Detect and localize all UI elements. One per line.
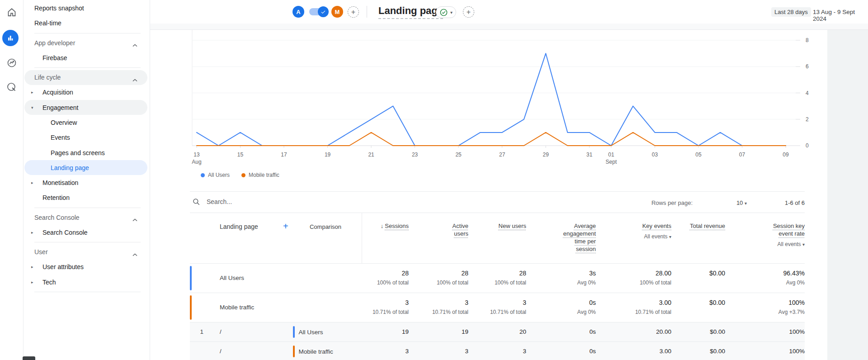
- metric-value-cell: 28100% of total: [454, 270, 526, 286]
- legend-dot: [241, 173, 245, 177]
- metric-secondary-value: 10.71% of total: [599, 309, 671, 315]
- sidebar-item-search-console[interactable]: ▸Search Console: [24, 225, 147, 240]
- legend-item-all-users[interactable]: All Users: [201, 172, 230, 178]
- explore-icon[interactable]: [2, 53, 22, 73]
- app-rail: [0, 0, 24, 360]
- sidebar-item-monetisation[interactable]: ▸Monetisation: [24, 175, 147, 190]
- reports-icon[interactable]: [2, 30, 19, 46]
- metric-secondary-value: 10.71% of total: [454, 309, 526, 315]
- x-tick-label: 13: [193, 152, 200, 158]
- summary-row-mobile-traffic[interactable]: Mobile traffic310.71% of total310.71% of…: [190, 293, 805, 322]
- x-tick-label: 17: [281, 152, 287, 158]
- sidebar-section-search-console[interactable]: Search Console: [24, 210, 147, 225]
- expand-arrow-icon[interactable]: ▸: [31, 265, 33, 269]
- metric-header-session-key-event-rate[interactable]: Session key event rateAll events ▾: [728, 222, 805, 248]
- expand-arrow-icon[interactable]: ▸: [31, 280, 33, 284]
- y-tick-label: 2: [806, 116, 809, 123]
- sidebar-item-label: Engagement: [42, 104, 78, 111]
- sidebar-item-reports-snapshot[interactable]: Reports snapshot: [24, 1, 147, 16]
- sidebar-item-tech[interactable]: ▸Tech: [24, 275, 147, 289]
- date-range[interactable]: 13 Aug - 9 Sept 2024: [813, 9, 868, 22]
- rows-per-page-select[interactable]: 10 ▾: [736, 199, 747, 206]
- sidebar-item-label: User: [34, 248, 48, 256]
- add-report-button[interactable]: +: [463, 6, 474, 18]
- chevron-up-icon[interactable]: [132, 41, 137, 48]
- comparison-color-bar: [293, 326, 295, 338]
- date-preset[interactable]: Last 28 days: [771, 7, 811, 17]
- avatar-a[interactable]: A: [292, 6, 304, 18]
- sidebar-item-label: Retention: [42, 194, 70, 201]
- comparison-color-bar: [293, 346, 295, 357]
- metric-primary-value: 28: [454, 270, 526, 277]
- dimension-header[interactable]: Landing page: [220, 223, 258, 230]
- divider: [367, 6, 367, 18]
- expand-arrow-icon[interactable]: ▸: [31, 180, 33, 185]
- home-icon[interactable]: [2, 2, 22, 22]
- sidebar-item-engagement[interactable]: ▾Engagement: [24, 100, 147, 115]
- metric-header-average-engagement-time-per-session[interactable]: Average engagement time per session: [519, 222, 596, 253]
- metric-secondary-value: 100% of total: [454, 279, 526, 286]
- metric-value-cell: 0sAvg 0%: [524, 299, 596, 315]
- metric-header-total-revenue[interactable]: Total revenue: [648, 222, 725, 230]
- metric-secondary-value: 100% of total: [599, 279, 671, 286]
- sidebar-item-landing-page[interactable]: Landing page: [24, 160, 147, 175]
- check-circle-icon: [439, 8, 448, 17]
- events-filter-dropdown[interactable]: All events ▾: [594, 233, 671, 241]
- x-tick-label: 01: [608, 152, 614, 158]
- add-comparison-button[interactable]: +: [348, 6, 359, 18]
- sidebar-section-app-developer[interactable]: App developer: [24, 35, 147, 50]
- metric-header-label: Average engagement time per session: [553, 222, 596, 253]
- chevron-up-icon[interactable]: [132, 76, 137, 83]
- landing-page-value[interactable]: /: [220, 328, 222, 335]
- table-row[interactable]: 1/All Users1919200s20.00$0.00100%: [190, 322, 805, 342]
- sort-descending-icon[interactable]: ↓: [381, 223, 384, 229]
- expand-arrow-icon[interactable]: ▸: [31, 230, 33, 235]
- sidebar-item-overview[interactable]: Overview: [24, 115, 147, 130]
- add-dimension-button[interactable]: +: [283, 221, 288, 232]
- sidebar-item-retention[interactable]: Retention: [24, 190, 147, 205]
- metric-primary-value: 100%: [732, 299, 805, 306]
- metric-header-new-users[interactable]: New users: [449, 222, 526, 230]
- sidebar-item-user-attributes[interactable]: ▸User attributes: [24, 260, 147, 275]
- table-header-row: Landing page + Comparison ↓SessionsActiv…: [190, 213, 805, 264]
- sidebar-item-firebase[interactable]: Firebase: [24, 50, 147, 65]
- sidebar-item-real-time[interactable]: Real-time: [24, 16, 147, 31]
- comparison-toggle[interactable]: [309, 8, 327, 15]
- metric-primary-value: $0.00: [653, 270, 725, 277]
- search-input[interactable]: Search...: [192, 198, 232, 206]
- y-tick-label: 6: [806, 63, 809, 70]
- x-tick-label: 27: [499, 152, 505, 158]
- sidebar-item-events[interactable]: Events: [24, 130, 147, 145]
- expand-arrow-icon[interactable]: ▸: [31, 90, 33, 95]
- sidebar-section-life-cycle[interactable]: Life cycle: [24, 70, 147, 85]
- sessions-chart: 0246813Aug15171921232527293101Sept030507…: [150, 24, 827, 191]
- series-line-all-users[interactable]: [197, 53, 786, 146]
- avatar-m[interactable]: M: [331, 6, 343, 18]
- sidebar-nav: Reports snapshotReal-timeApp developerFi…: [24, 0, 150, 360]
- table-row[interactable]: /Mobile traffic3330s3.00$0.00100%: [190, 342, 805, 360]
- hidden-bottom-element: [23, 356, 35, 360]
- summary-row-all-users[interactable]: All Users28100% of total28100% of total2…: [190, 264, 805, 293]
- x-tick-label: 23: [412, 152, 418, 158]
- x-tick-sublabel: Sept: [606, 159, 617, 165]
- x-tick-label: 31: [586, 152, 593, 158]
- events-filter-dropdown[interactable]: All events ▾: [728, 241, 805, 248]
- sidebar-item-acquisition[interactable]: ▸Acquisition: [24, 85, 147, 100]
- collapse-arrow-icon[interactable]: ▾: [31, 105, 33, 110]
- report-status-badge[interactable]: ▾: [436, 6, 456, 18]
- sidebar-item-label: Firebase: [42, 54, 67, 62]
- page-title[interactable]: Landing page: [378, 5, 443, 19]
- sidebar-section-user[interactable]: User: [24, 245, 147, 260]
- landing-page-value[interactable]: /: [220, 348, 222, 355]
- metric-value-cell: 3: [454, 348, 526, 355]
- series-line-mobile-traffic[interactable]: [197, 133, 786, 146]
- sidebar-item-label: User attributes: [42, 263, 84, 270]
- comparison-label: All Users: [220, 275, 244, 281]
- advertising-icon[interactable]: [2, 77, 22, 97]
- sidebar-item-pages-and-screens[interactable]: Pages and screens: [24, 145, 147, 160]
- chevron-up-icon[interactable]: [132, 216, 137, 223]
- legend-item-mobile-traffic[interactable]: Mobile traffic: [241, 172, 279, 178]
- table-toolbar: Search... Rows per page: 10 ▾ 1-6 of 6: [190, 191, 805, 213]
- chevron-up-icon[interactable]: [132, 251, 137, 258]
- row-number: 1: [190, 328, 203, 335]
